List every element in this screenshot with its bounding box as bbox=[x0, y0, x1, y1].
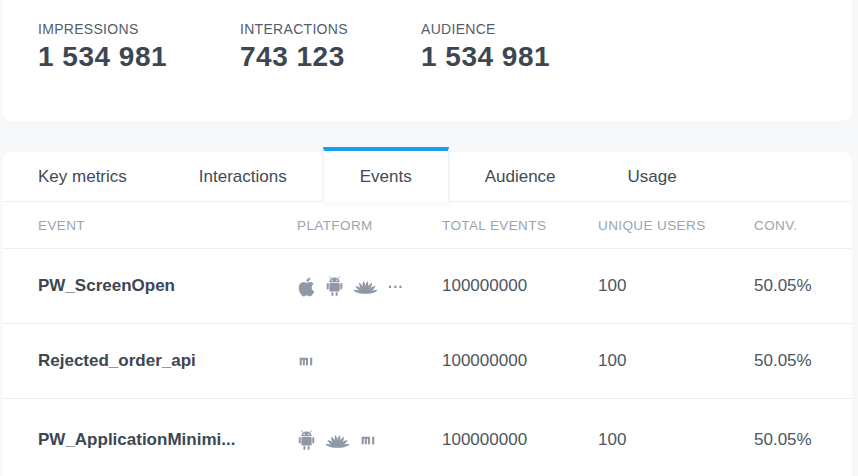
stat-label: IMPRESSIONS bbox=[38, 21, 240, 37]
huawei-icon bbox=[325, 430, 350, 451]
stat-value: 1 534 981 bbox=[421, 41, 816, 73]
conv-cell: 50.05% bbox=[754, 276, 816, 296]
stats-summary-card: IMPRESSIONS 1 534 981 INTERACTIONS 743 1… bbox=[2, 0, 852, 121]
table-row[interactable]: PW_ScreenOpen 100000000 100 50.05% bbox=[2, 249, 852, 324]
unique-users-cell: 100 bbox=[598, 430, 754, 450]
column-header-event: EVENT bbox=[38, 218, 297, 233]
event-name: PW_ApplicationMinimi... bbox=[38, 430, 297, 450]
platforms-cell bbox=[297, 430, 442, 451]
apple-icon bbox=[297, 276, 316, 297]
tab-events[interactable]: Events bbox=[323, 147, 449, 202]
unique-users-cell: 100 bbox=[598, 276, 754, 296]
events-panel: Key metrics Interactions Events Audience… bbox=[2, 152, 852, 476]
unique-users-cell: 100 bbox=[598, 351, 754, 371]
column-header-total-events: TOTAL EVENTS bbox=[442, 218, 598, 233]
tab-audience[interactable]: Audience bbox=[449, 152, 592, 201]
stat-label: INTERACTIONS bbox=[240, 21, 421, 37]
column-header-unique-users: UNIQUE USERS bbox=[598, 218, 754, 233]
total-events-cell: 100000000 bbox=[442, 276, 598, 296]
platforms-cell bbox=[297, 351, 442, 372]
total-events-cell: 100000000 bbox=[442, 430, 598, 450]
tabs-bar: Key metrics Interactions Events Audience… bbox=[2, 152, 852, 202]
stat-label: AUDIENCE bbox=[421, 21, 816, 37]
stat-interactions: INTERACTIONS 743 123 bbox=[240, 21, 421, 121]
table-row[interactable]: Rejected_order_api 100000000 100 50.05% bbox=[2, 324, 852, 399]
android-icon bbox=[325, 276, 344, 297]
tab-usage[interactable]: Usage bbox=[592, 152, 713, 201]
conv-cell: 50.05% bbox=[754, 351, 816, 371]
xiaomi-icon bbox=[359, 430, 380, 451]
total-events-cell: 100000000 bbox=[442, 351, 598, 371]
column-header-conv: CONV. bbox=[754, 218, 816, 233]
stat-audience: AUDIENCE 1 534 981 bbox=[421, 21, 816, 121]
table-header-row: EVENT PLATFORM TOTAL EVENTS UNIQUE USERS… bbox=[2, 202, 852, 249]
tab-interactions[interactable]: Interactions bbox=[163, 152, 323, 201]
xiaomi-icon bbox=[297, 351, 318, 372]
stat-value: 743 123 bbox=[240, 41, 421, 73]
page: IMPRESSIONS 1 534 981 INTERACTIONS 743 1… bbox=[0, 0, 858, 476]
column-header-platform: PLATFORM bbox=[297, 218, 442, 233]
conv-cell: 50.05% bbox=[754, 430, 816, 450]
event-name: PW_ScreenOpen bbox=[38, 276, 297, 296]
table-row[interactable]: PW_ApplicationMinimi... 100000000 100 50… bbox=[2, 399, 852, 476]
tab-key-metrics[interactable]: Key metrics bbox=[2, 152, 163, 201]
stat-value: 1 534 981 bbox=[38, 41, 240, 73]
platforms-cell bbox=[297, 276, 442, 297]
android-icon bbox=[297, 430, 316, 451]
huawei-icon bbox=[353, 276, 378, 297]
stat-impressions: IMPRESSIONS 1 534 981 bbox=[38, 21, 240, 121]
more-platforms-icon bbox=[387, 276, 405, 297]
event-name: Rejected_order_api bbox=[38, 351, 297, 371]
